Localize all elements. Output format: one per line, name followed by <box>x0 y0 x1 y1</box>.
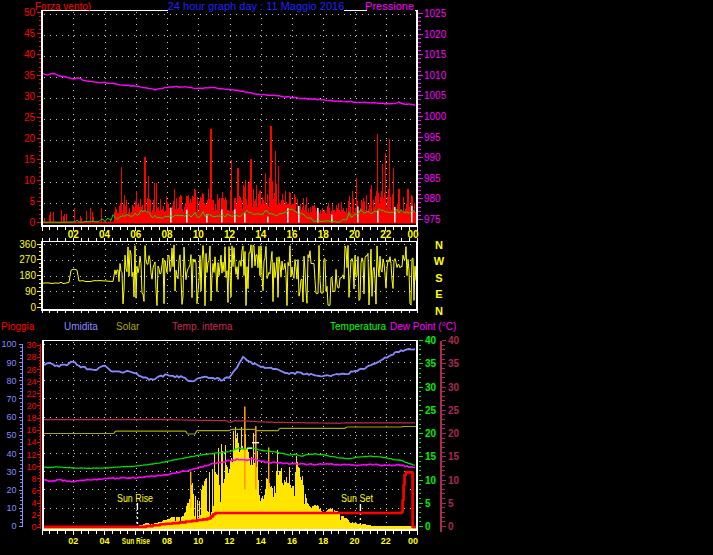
svg-text:40: 40 <box>24 49 36 60</box>
svg-text:90: 90 <box>25 286 37 297</box>
svg-text:20: 20 <box>448 428 460 439</box>
svg-text:8: 8 <box>31 474 36 484</box>
svg-text:30: 30 <box>448 382 460 393</box>
svg-text:30: 30 <box>425 382 437 393</box>
svg-text:10: 10 <box>448 475 460 486</box>
svg-text:30: 30 <box>6 467 16 477</box>
svg-text:12: 12 <box>224 536 234 546</box>
svg-text:10: 10 <box>24 175 36 186</box>
svg-text:18: 18 <box>26 413 36 423</box>
svg-text:990: 990 <box>424 152 441 163</box>
svg-text:80: 80 <box>6 376 16 386</box>
svg-text:10: 10 <box>193 536 203 546</box>
svg-text:985: 985 <box>424 173 441 184</box>
svg-text:0: 0 <box>11 521 16 531</box>
svg-text:2: 2 <box>31 510 36 520</box>
svg-text:0: 0 <box>29 217 35 228</box>
svg-text:975: 975 <box>424 214 441 225</box>
svg-text:180: 180 <box>19 270 36 281</box>
svg-text:5: 5 <box>425 498 431 509</box>
svg-text:4: 4 <box>31 498 36 508</box>
svg-text:50: 50 <box>6 430 16 440</box>
svg-text:28: 28 <box>26 352 36 362</box>
svg-text:35: 35 <box>425 358 437 369</box>
svg-text:16: 16 <box>26 425 36 435</box>
svg-text:N: N <box>435 239 443 251</box>
svg-text:Solar: Solar <box>116 321 140 332</box>
svg-text:25: 25 <box>425 405 437 416</box>
svg-text:14: 14 <box>256 536 266 546</box>
svg-text:24: 24 <box>26 377 36 387</box>
svg-text:270: 270 <box>19 254 36 265</box>
svg-text:Temp. interna: Temp. interna <box>172 321 233 332</box>
svg-text:20: 20 <box>24 133 36 144</box>
svg-text:Sun Rise: Sun Rise <box>122 536 150 546</box>
svg-text:40: 40 <box>425 335 437 346</box>
svg-text:24 hour graph day : 11 Maggio: 24 hour graph day : 11 Maggio 2016 <box>168 0 345 12</box>
svg-text:20: 20 <box>26 401 36 411</box>
svg-text:45: 45 <box>24 28 36 39</box>
svg-text:10: 10 <box>425 475 437 486</box>
svg-text:360: 360 <box>19 239 36 250</box>
svg-text:18: 18 <box>318 536 328 546</box>
svg-text:70: 70 <box>6 394 16 404</box>
svg-text:6: 6 <box>31 486 36 496</box>
svg-text:40: 40 <box>448 335 460 346</box>
svg-text:15: 15 <box>448 451 460 462</box>
svg-text:35: 35 <box>448 358 460 369</box>
svg-text:22: 22 <box>26 389 36 399</box>
svg-text:Temperatura: Temperatura <box>330 321 387 332</box>
svg-text:Forza vento): Forza vento) <box>35 1 91 12</box>
svg-text:14: 14 <box>26 437 36 447</box>
svg-text:15: 15 <box>24 154 36 165</box>
svg-text:1000: 1000 <box>424 111 447 122</box>
svg-text:5: 5 <box>29 196 35 207</box>
svg-text:E: E <box>435 288 442 300</box>
svg-text:12: 12 <box>26 450 36 460</box>
svg-text:1025: 1025 <box>424 8 447 19</box>
svg-text:0: 0 <box>425 521 431 532</box>
svg-text:04: 04 <box>99 536 109 546</box>
svg-text:60: 60 <box>6 412 16 422</box>
svg-text:26: 26 <box>26 365 36 375</box>
svg-text:N: N <box>435 305 443 317</box>
svg-text:0: 0 <box>30 302 36 313</box>
svg-text:22: 22 <box>381 536 391 546</box>
svg-text:0: 0 <box>448 521 454 532</box>
svg-text:50: 50 <box>24 7 36 18</box>
svg-text:15: 15 <box>425 451 437 462</box>
svg-text:20: 20 <box>349 536 359 546</box>
svg-text:00: 00 <box>408 536 418 546</box>
svg-text:20: 20 <box>425 428 437 439</box>
svg-text:5: 5 <box>448 498 454 509</box>
svg-text:1015: 1015 <box>424 49 447 60</box>
svg-text:Umidita: Umidita <box>64 321 98 332</box>
svg-text:1020: 1020 <box>424 29 447 40</box>
svg-text:1005: 1005 <box>424 90 447 101</box>
svg-text:1010: 1010 <box>424 70 447 81</box>
svg-text:08: 08 <box>162 536 172 546</box>
svg-text:10: 10 <box>26 462 36 472</box>
svg-text:Sun Set: Sun Set <box>341 493 373 504</box>
svg-text:995: 995 <box>424 132 441 143</box>
svg-text:0: 0 <box>31 522 36 532</box>
svg-text:Sun Rise: Sun Rise <box>117 493 153 504</box>
svg-text:Pioggia: Pioggia <box>1 321 35 332</box>
svg-text:980: 980 <box>424 193 441 204</box>
svg-text:S: S <box>435 272 442 284</box>
svg-text:30: 30 <box>24 91 36 102</box>
svg-text:10: 10 <box>6 503 16 513</box>
svg-text:Pressione: Pressione <box>365 0 414 12</box>
svg-text:25: 25 <box>448 405 460 416</box>
svg-text:35: 35 <box>24 70 36 81</box>
svg-text:W: W <box>434 255 445 267</box>
svg-text:40: 40 <box>6 449 16 459</box>
svg-text:20: 20 <box>6 485 16 495</box>
svg-text:Dew Point (°C): Dew Point (°C) <box>390 321 456 332</box>
svg-text:02: 02 <box>68 536 78 546</box>
svg-text:90: 90 <box>6 358 16 368</box>
svg-text:25: 25 <box>24 112 36 123</box>
svg-text:16: 16 <box>287 536 297 546</box>
svg-text:100: 100 <box>1 339 16 349</box>
svg-text:30: 30 <box>26 340 36 350</box>
